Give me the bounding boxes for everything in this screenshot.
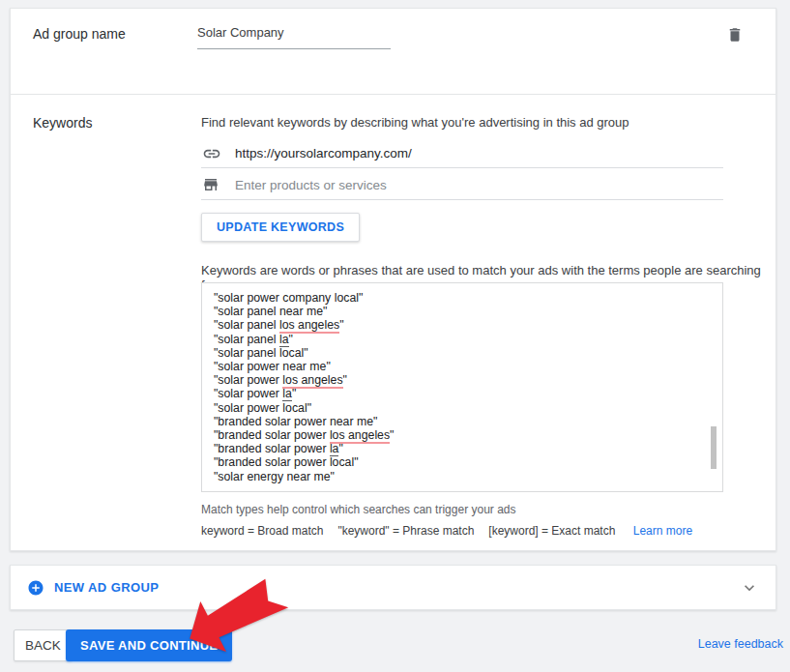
keyword-line: "solar power near me" xyxy=(214,360,711,373)
keyword-line: "solar panel la" xyxy=(214,333,711,346)
keyword-line: "branded solar power local" xyxy=(214,455,711,469)
keyword-line: "branded solar power la" xyxy=(214,442,711,455)
keywords-label: Keywords xyxy=(33,115,92,131)
keywords-textarea[interactable]: "solar power company local""solar panel … xyxy=(201,282,723,492)
keywords-helper-text: Find relevant keywords by describing wha… xyxy=(201,115,629,130)
website-url-value: https://yoursolarcompany.com/ xyxy=(235,146,412,161)
trash-icon xyxy=(726,32,744,46)
keyword-line: "solar panel local" xyxy=(214,346,711,360)
match-type-item: [keyword] = Exact match xyxy=(488,524,615,538)
ad-group-name-value: Solar Company xyxy=(197,25,284,40)
products-services-placeholder: Enter products or services xyxy=(235,178,387,192)
match-type-item: "keyword" = Phrase match xyxy=(337,524,474,538)
learn-more-link[interactable]: Learn more xyxy=(633,524,692,538)
ad-group-name-label: Ad group name xyxy=(33,26,126,42)
website-url-input[interactable]: https://yoursolarcompany.com/ xyxy=(201,139,723,168)
ad-group-name-input[interactable]: Solar Company xyxy=(197,25,391,49)
ad-group-card: Ad group name Solar Company Keywords Fin… xyxy=(10,8,776,551)
keyword-line: "solar power los angeles" xyxy=(214,373,711,387)
match-type-item: keyword = Broad match xyxy=(201,524,323,538)
keyword-line: "solar energy near me" xyxy=(214,470,711,483)
keyword-line: "solar power local" xyxy=(214,401,711,415)
match-types-legend: keyword = Broad match"keyword" = Phrase … xyxy=(201,524,692,538)
match-types-items: keyword = Broad match"keyword" = Phrase … xyxy=(201,524,629,538)
leave-feedback-link[interactable]: Leave feedback xyxy=(698,637,783,651)
back-button[interactable]: BACK xyxy=(14,629,73,661)
storefront-icon xyxy=(202,176,221,195)
update-keywords-button[interactable]: UPDATE KEYWORDS xyxy=(201,213,360,242)
keyword-line: "branded solar power los angeles" xyxy=(214,428,711,442)
plus-circle-icon xyxy=(27,579,44,597)
keyword-line: "solar power company local" xyxy=(214,291,711,305)
keyword-list: "solar power company local""solar panel … xyxy=(214,291,711,483)
page: Ad group name Solar Company Keywords Fin… xyxy=(0,0,790,672)
new-ad-group-bar[interactable]: NEW AD GROUP xyxy=(10,565,776,610)
delete-ad-group-button[interactable] xyxy=(723,24,746,47)
match-types-help: Match types help control which searches … xyxy=(201,503,516,516)
new-ad-group-label: NEW AD GROUP xyxy=(54,580,159,595)
textarea-scrollbar-thumb[interactable] xyxy=(711,426,717,469)
section-divider xyxy=(11,94,775,95)
save-and-continue-button[interactable]: SAVE AND CONTINUE xyxy=(66,629,232,661)
keyword-line: "solar panel near me" xyxy=(214,305,711,318)
keyword-line: "solar panel los angeles" xyxy=(214,318,711,332)
chevron-down-icon[interactable] xyxy=(740,578,759,598)
keyword-line: "branded solar power near me" xyxy=(214,415,711,428)
products-services-input[interactable]: Enter products or services xyxy=(201,171,723,200)
keyword-line: "solar power la" xyxy=(214,387,711,400)
link-icon xyxy=(202,144,221,163)
